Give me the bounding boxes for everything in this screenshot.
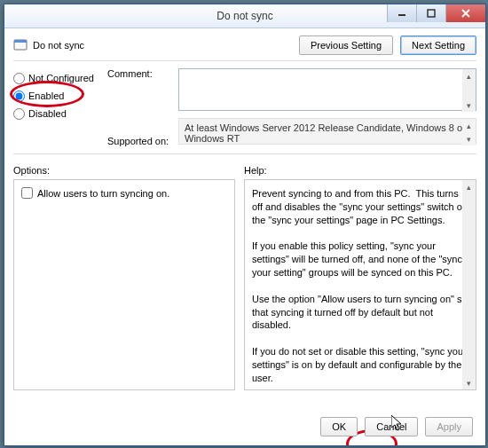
- scroll-up-icon[interactable]: ▴: [462, 69, 476, 83]
- cancel-button[interactable]: Cancel: [365, 417, 418, 436]
- radio-enabled[interactable]: Enabled: [13, 88, 98, 104]
- close-button[interactable]: [445, 4, 485, 22]
- policy-icon: [13, 38, 28, 52]
- separator: [13, 60, 476, 61]
- allow-syncing-checkbox[interactable]: Allow users to turn syncing on.: [21, 187, 227, 199]
- comment-label: Comment:: [107, 68, 169, 79]
- scrollbar: ▴ ▾: [462, 119, 476, 145]
- radio-label: Disabled: [28, 108, 67, 119]
- scroll-up-icon[interactable]: ▴: [462, 180, 476, 193]
- scrollbar[interactable]: ▴ ▾: [462, 69, 476, 112]
- options-label: Options:: [13, 165, 235, 176]
- title-bar: Do not sync: [4, 4, 485, 28]
- radio-label: Not Configured: [28, 73, 94, 83]
- svg-rect-5: [14, 40, 27, 43]
- scroll-down-icon[interactable]: ▾: [462, 98, 476, 112]
- minimize-button[interactable]: [387, 4, 416, 22]
- radio-label: Enabled: [28, 90, 64, 101]
- scroll-down-icon[interactable]: ▾: [462, 376, 476, 389]
- policy-name: Do not sync: [33, 40, 84, 51]
- svg-rect-1: [428, 10, 435, 17]
- scrollbar[interactable]: ▴ ▾: [462, 180, 476, 389]
- apply-button[interactable]: Apply: [425, 417, 473, 436]
- next-setting-button[interactable]: Next Setting: [400, 35, 476, 55]
- maximize-button[interactable]: [416, 4, 445, 22]
- separator: [13, 153, 476, 154]
- previous-setting-button[interactable]: Previous Setting: [299, 35, 393, 55]
- comment-textarea[interactable]: [178, 68, 476, 111]
- help-text: Prevent syncing to and from this PC. Thi…: [244, 179, 476, 390]
- radio-not-configured[interactable]: Not Configured: [13, 70, 98, 86]
- supported-label: Supported on:: [107, 136, 169, 146]
- scroll-down-icon: ▾: [462, 132, 476, 145]
- checkbox-label: Allow users to turn syncing on.: [37, 188, 169, 199]
- state-radio-group: Not Configured Enabled Disabled: [13, 68, 98, 146]
- help-label: Help:: [244, 165, 476, 176]
- scroll-up-icon: ▴: [462, 119, 476, 132]
- radio-disabled[interactable]: Disabled: [13, 106, 98, 122]
- supported-on-text: At least Windows Server 2012 Release Can…: [178, 118, 476, 145]
- ok-button[interactable]: OK: [320, 417, 358, 436]
- options-panel: Allow users to turn syncing on.: [13, 179, 235, 390]
